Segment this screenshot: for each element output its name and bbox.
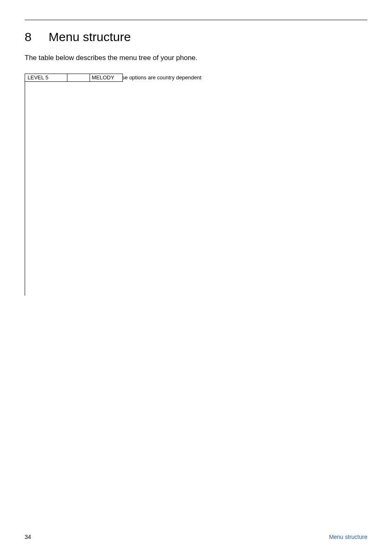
page-number: 34 bbox=[25, 534, 31, 540]
intro-text: The table below describes the menu tree … bbox=[25, 54, 367, 62]
section-title: Menu structure bbox=[48, 30, 131, 44]
section-number: 8 bbox=[25, 30, 45, 44]
footer-label: Menu structure bbox=[329, 534, 367, 540]
top-rule bbox=[25, 20, 367, 20]
menu-tree: PHONEBOOK CLOCK&ALARM PERSONAL SET NEW E… bbox=[25, 74, 367, 501]
page-footer: 34 Menu structure bbox=[25, 534, 367, 540]
item-level5: LEVEL 5 bbox=[25, 74, 67, 82]
section-heading: 8 Menu structure bbox=[25, 30, 367, 44]
